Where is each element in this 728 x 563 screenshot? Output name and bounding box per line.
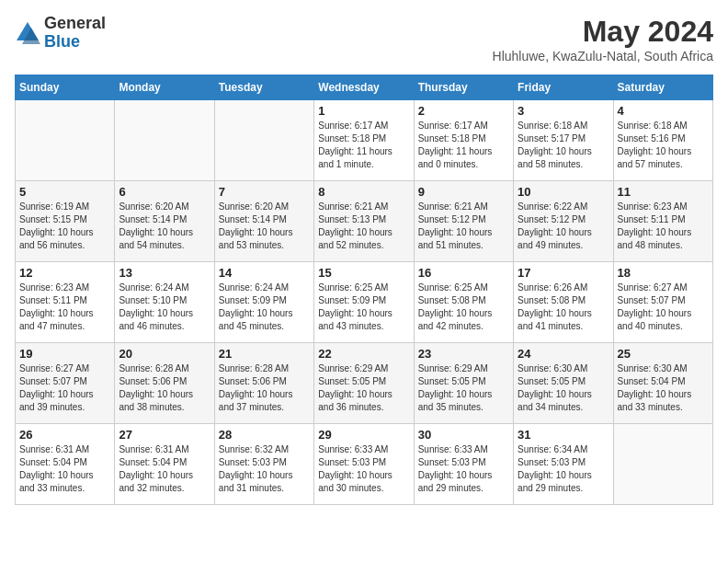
calendar-week-5: 26Sunrise: 6:31 AM Sunset: 5:04 PM Dayli…: [16, 424, 713, 505]
calendar-week-3: 12Sunrise: 6:23 AM Sunset: 5:11 PM Dayli…: [16, 262, 713, 343]
calendar-cell: [214, 100, 313, 181]
day-info: Sunrise: 6:19 AM Sunset: 5:15 PM Dayligh…: [19, 201, 110, 252]
day-info: Sunrise: 6:33 AM Sunset: 5:03 PM Dayligh…: [418, 443, 509, 495]
month-year: May 2024: [493, 15, 713, 49]
title-block: May 2024 Hluhluwe, KwaZulu-Natal, South …: [493, 15, 713, 63]
calendar-cell: 31Sunrise: 6:34 AM Sunset: 5:03 PM Dayli…: [514, 424, 613, 505]
day-number: 21: [219, 347, 310, 361]
day-info: Sunrise: 6:31 AM Sunset: 5:04 PM Dayligh…: [19, 443, 110, 495]
day-info: Sunrise: 6:17 AM Sunset: 5:18 PM Dayligh…: [318, 120, 409, 171]
calendar-cell: 28Sunrise: 6:32 AM Sunset: 5:03 PM Dayli…: [214, 424, 313, 505]
day-info: Sunrise: 6:21 AM Sunset: 5:12 PM Dayligh…: [418, 201, 509, 252]
calendar-cell: 15Sunrise: 6:25 AM Sunset: 5:09 PM Dayli…: [314, 262, 414, 343]
logo-general: General: [44, 14, 106, 32]
day-info: Sunrise: 6:18 AM Sunset: 5:17 PM Dayligh…: [518, 120, 609, 171]
day-number: 9: [418, 185, 509, 199]
day-number: 1: [318, 104, 409, 118]
day-info: Sunrise: 6:30 AM Sunset: 5:04 PM Dayligh…: [618, 362, 709, 414]
col-saturday: Saturday: [613, 75, 712, 100]
day-info: Sunrise: 6:32 AM Sunset: 5:03 PM Dayligh…: [219, 443, 310, 495]
logo-icon: [15, 20, 40, 46]
day-number: 29: [318, 428, 409, 442]
calendar-cell: 13Sunrise: 6:24 AM Sunset: 5:10 PM Dayli…: [115, 262, 214, 343]
calendar-cell: 6Sunrise: 6:20 AM Sunset: 5:14 PM Daylig…: [115, 181, 214, 262]
day-number: 2: [418, 104, 509, 118]
col-tuesday: Tuesday: [214, 75, 313, 100]
calendar-cell: 14Sunrise: 6:24 AM Sunset: 5:09 PM Dayli…: [214, 262, 313, 343]
page-header: General Blue May 2024 Hluhluwe, KwaZulu-…: [15, 15, 713, 63]
logo: General Blue: [15, 15, 106, 52]
day-number: 23: [418, 347, 509, 361]
col-thursday: Thursday: [414, 75, 513, 100]
day-info: Sunrise: 6:24 AM Sunset: 5:09 PM Dayligh…: [219, 282, 310, 333]
day-number: 5: [19, 185, 110, 199]
calendar-cell: 18Sunrise: 6:27 AM Sunset: 5:07 PM Dayli…: [613, 262, 712, 343]
day-info: Sunrise: 6:29 AM Sunset: 5:05 PM Dayligh…: [418, 362, 509, 414]
day-info: Sunrise: 6:27 AM Sunset: 5:07 PM Dayligh…: [19, 362, 110, 414]
day-number: 16: [418, 266, 509, 280]
day-number: 26: [19, 428, 110, 442]
day-number: 15: [318, 266, 409, 280]
calendar-cell: 7Sunrise: 6:20 AM Sunset: 5:14 PM Daylig…: [214, 181, 313, 262]
day-info: Sunrise: 6:23 AM Sunset: 5:11 PM Dayligh…: [618, 201, 709, 252]
logo-blue: Blue: [44, 32, 80, 51]
day-info: Sunrise: 6:25 AM Sunset: 5:09 PM Dayligh…: [318, 282, 409, 333]
day-number: 24: [518, 347, 609, 361]
calendar-header: Sunday Monday Tuesday Wednesday Thursday…: [16, 75, 713, 100]
day-number: 13: [119, 266, 210, 280]
calendar-cell: 20Sunrise: 6:28 AM Sunset: 5:06 PM Dayli…: [115, 343, 214, 424]
day-number: 27: [119, 428, 210, 442]
calendar-cell: 8Sunrise: 6:21 AM Sunset: 5:13 PM Daylig…: [314, 181, 414, 262]
calendar-cell: [613, 424, 712, 505]
calendar-cell: 27Sunrise: 6:31 AM Sunset: 5:04 PM Dayli…: [115, 424, 214, 505]
calendar-cell: 17Sunrise: 6:26 AM Sunset: 5:08 PM Dayli…: [514, 262, 613, 343]
calendar-cell: 21Sunrise: 6:28 AM Sunset: 5:06 PM Dayli…: [214, 343, 313, 424]
col-friday: Friday: [514, 75, 613, 100]
calendar-body: 1Sunrise: 6:17 AM Sunset: 5:18 PM Daylig…: [16, 100, 713, 505]
day-number: 17: [518, 266, 609, 280]
calendar-cell: 24Sunrise: 6:30 AM Sunset: 5:05 PM Dayli…: [514, 343, 613, 424]
location: Hluhluwe, KwaZulu-Natal, South Africa: [493, 49, 713, 63]
calendar-cell: 16Sunrise: 6:25 AM Sunset: 5:08 PM Dayli…: [414, 262, 513, 343]
day-number: 22: [318, 347, 409, 361]
day-info: Sunrise: 6:18 AM Sunset: 5:16 PM Dayligh…: [618, 120, 709, 171]
day-info: Sunrise: 6:26 AM Sunset: 5:08 PM Dayligh…: [518, 282, 609, 333]
day-info: Sunrise: 6:30 AM Sunset: 5:05 PM Dayligh…: [518, 362, 609, 414]
calendar-cell: 22Sunrise: 6:29 AM Sunset: 5:05 PM Dayli…: [314, 343, 414, 424]
day-number: 12: [19, 266, 110, 280]
day-info: Sunrise: 6:20 AM Sunset: 5:14 PM Dayligh…: [119, 201, 210, 252]
calendar-table: Sunday Monday Tuesday Wednesday Thursday…: [15, 75, 713, 505]
day-number: 6: [119, 185, 210, 199]
calendar-week-1: 1Sunrise: 6:17 AM Sunset: 5:18 PM Daylig…: [16, 100, 713, 181]
day-number: 14: [219, 266, 310, 280]
calendar-cell: 10Sunrise: 6:22 AM Sunset: 5:12 PM Dayli…: [514, 181, 613, 262]
calendar-cell: 4Sunrise: 6:18 AM Sunset: 5:16 PM Daylig…: [613, 100, 712, 181]
day-number: 4: [618, 104, 709, 118]
calendar-cell: 11Sunrise: 6:23 AM Sunset: 5:11 PM Dayli…: [613, 181, 712, 262]
day-info: Sunrise: 6:27 AM Sunset: 5:07 PM Dayligh…: [618, 282, 709, 333]
day-info: Sunrise: 6:20 AM Sunset: 5:14 PM Dayligh…: [219, 201, 310, 252]
day-info: Sunrise: 6:23 AM Sunset: 5:11 PM Dayligh…: [19, 282, 110, 333]
day-info: Sunrise: 6:17 AM Sunset: 5:18 PM Dayligh…: [418, 120, 509, 171]
day-number: 11: [618, 185, 709, 199]
day-number: 18: [618, 266, 709, 280]
day-info: Sunrise: 6:21 AM Sunset: 5:13 PM Dayligh…: [318, 201, 409, 252]
calendar-cell: 12Sunrise: 6:23 AM Sunset: 5:11 PM Dayli…: [16, 262, 115, 343]
day-info: Sunrise: 6:28 AM Sunset: 5:06 PM Dayligh…: [119, 362, 210, 414]
calendar-cell: [16, 100, 115, 181]
day-number: 19: [19, 347, 110, 361]
day-info: Sunrise: 6:33 AM Sunset: 5:03 PM Dayligh…: [318, 443, 409, 495]
calendar-cell: 9Sunrise: 6:21 AM Sunset: 5:12 PM Daylig…: [414, 181, 513, 262]
calendar-week-4: 19Sunrise: 6:27 AM Sunset: 5:07 PM Dayli…: [16, 343, 713, 424]
calendar-cell: 26Sunrise: 6:31 AM Sunset: 5:04 PM Dayli…: [16, 424, 115, 505]
calendar-cell: [115, 100, 214, 181]
day-number: 3: [518, 104, 609, 118]
calendar-cell: 19Sunrise: 6:27 AM Sunset: 5:07 PM Dayli…: [16, 343, 115, 424]
day-info: Sunrise: 6:22 AM Sunset: 5:12 PM Dayligh…: [518, 201, 609, 252]
col-monday: Monday: [115, 75, 214, 100]
day-info: Sunrise: 6:29 AM Sunset: 5:05 PM Dayligh…: [318, 362, 409, 414]
day-info: Sunrise: 6:25 AM Sunset: 5:08 PM Dayligh…: [418, 282, 509, 333]
day-number: 25: [618, 347, 709, 361]
day-number: 20: [119, 347, 210, 361]
day-number: 10: [518, 185, 609, 199]
